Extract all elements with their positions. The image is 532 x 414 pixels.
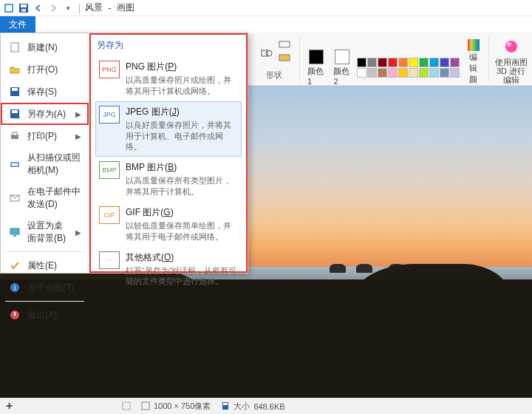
file-menu-item-label: 另存为(A): [27, 108, 69, 121]
file-menu-item-label: 新建(N): [27, 41, 81, 54]
color2-button[interactable]: 颜色 2: [330, 48, 353, 87]
file-tab[interactable]: 文件: [0, 16, 35, 33]
palette-swatch[interactable]: [388, 68, 398, 78]
selection-icon: [122, 401, 131, 412]
svg-rect-3: [21, 4, 27, 7]
shapes-group-label: 形状: [266, 69, 282, 81]
file-menu-item-label: 属性(E): [27, 259, 81, 272]
dimensions-text: 1000 × 750像素: [154, 401, 211, 412]
format-icon: PNG: [99, 61, 120, 78]
email-icon: [8, 191, 21, 205]
file-menu-item-about[interactable]: i关于画图(T): [1, 276, 89, 299]
about-icon: i: [8, 281, 21, 294]
paint3d-label: 使用画图 3D 进行编辑: [494, 58, 529, 84]
palette-swatch[interactable]: [409, 68, 418, 78]
dimensions-icon: [141, 401, 150, 412]
svg-rect-31: [223, 403, 228, 405]
chevron-right-icon: ▶: [75, 228, 81, 237]
file-menu-item-desktop[interactable]: 设置为桌面背景(B)▶: [1, 215, 89, 249]
saveas-option-title: PNG 图片(P): [126, 61, 238, 73]
edit-colors-icon: [467, 38, 479, 50]
svg-rect-8: [279, 55, 290, 61]
palette-swatch[interactable]: [388, 58, 398, 67]
palette-swatch[interactable]: [440, 58, 449, 67]
redo-icon[interactable]: [47, 2, 59, 14]
ribbon-group-paint3d: 使用画图 3D 进行编辑: [489, 35, 532, 82]
color1-button[interactable]: 颜色 1: [304, 48, 327, 87]
palette-swatch[interactable]: [378, 68, 387, 78]
fill-icon[interactable]: [279, 54, 290, 66]
saveas-option-o[interactable]: ⋯其他格式(O)打开“另存为”对话框，从所有可能的文件类型中进行选择。: [95, 247, 242, 292]
chevron-right-icon: ▶: [75, 132, 81, 140]
file-menu-item-email[interactable]: 在电子邮件中发送(D): [1, 181, 89, 215]
palette-swatch[interactable]: [440, 68, 449, 78]
palette-swatch[interactable]: [398, 58, 408, 67]
props-icon: [8, 259, 21, 272]
palette-swatch[interactable]: [357, 68, 366, 78]
status-filesize: 大小 648.6KB: [221, 401, 284, 412]
shapes-button[interactable]: [258, 46, 276, 61]
outline-icon[interactable]: [279, 41, 290, 52]
paint3d-button[interactable]: 使用画图 3D 进行编辑: [491, 37, 532, 86]
status-selection: [122, 401, 131, 412]
qat-customize-icon[interactable]: ▾: [62, 2, 74, 14]
file-menu-item-open[interactable]: 打开(O): [1, 58, 89, 81]
file-menu-item-new[interactable]: 新建(N): [1, 36, 89, 58]
color2-label: 颜色 2: [333, 66, 350, 86]
saveas-option-desc: 以较低质量保存简单绘图，并将其用于电子邮件或网络。: [126, 220, 238, 242]
print-icon: [8, 129, 21, 143]
palette-swatch[interactable]: [367, 68, 377, 78]
palette-swatch[interactable]: [367, 58, 377, 67]
saveas-option-p[interactable]: PNGPNG 图片(P)以高质量保存照片或绘图，并将其用于计算机或网络。: [95, 56, 242, 101]
save-icon[interactable]: [18, 2, 30, 14]
saveas-option-desc: 以高质量保存照片或绘图，并将其用于计算机或网络。: [126, 75, 238, 97]
file-menu-item-save[interactable]: 保存(S): [1, 81, 89, 103]
color1-label: 颜色 1: [307, 66, 324, 86]
ribbon-group-shapes: 形状: [248, 35, 300, 82]
file-menu-item-label: 退出(X): [27, 309, 81, 322]
palette-swatch[interactable]: [357, 58, 366, 67]
file-menu-item-scanner[interactable]: 从扫描仪或照相机(M): [1, 147, 89, 181]
svg-point-11: [507, 42, 511, 47]
shapes-icon: [261, 47, 273, 59]
palette-swatch[interactable]: [378, 58, 387, 67]
open-icon: [8, 63, 21, 76]
palette-swatch[interactable]: [450, 68, 460, 78]
saveas-option-b[interactable]: BMPBMP 图片(B)以高质量保存所有类型图片，并将其用于计算机。: [95, 157, 242, 202]
file-menu-item-props[interactable]: 属性(E): [1, 254, 89, 276]
svg-rect-22: [10, 228, 19, 234]
new-icon: [8, 41, 21, 54]
saveas-option-title: GIF 图片(G): [126, 206, 238, 219]
status-cursor: ✚: [6, 401, 13, 411]
document-title: 风景: [85, 1, 103, 14]
file-menu-item-exit[interactable]: 退出(X): [1, 304, 89, 326]
saveas-option-g[interactable]: GIFGIF 图片(G)以较低质量保存简单绘图，并将其用于电子邮件或网络。: [95, 202, 242, 247]
filesize-label: 大小: [233, 401, 250, 412]
svg-point-6: [266, 50, 272, 56]
file-menu-item-label: 在电子邮件中发送(D): [27, 186, 81, 211]
palette-swatch[interactable]: [398, 68, 408, 78]
filesize-value: 648.6KB: [253, 402, 284, 411]
svg-rect-27: [14, 312, 16, 316]
svg-rect-14: [12, 88, 18, 91]
palette-swatch[interactable]: [429, 58, 439, 67]
palette-swatch[interactable]: [429, 68, 439, 78]
palette-swatch[interactable]: [419, 68, 429, 78]
undo-icon[interactable]: [33, 2, 44, 14]
file-menu: 新建(N)打开(O)保存(S)另存为(A)▶打印(P)▶从扫描仪或照相机(M)在…: [0, 33, 248, 274]
svg-point-10: [505, 41, 517, 52]
file-menu-item-print[interactable]: 打印(P)▶: [1, 125, 89, 147]
color1-swatch: [309, 50, 324, 64]
ribbon-tabs: 文件: [0, 16, 532, 33]
color-palette[interactable]: [357, 58, 460, 78]
svg-rect-9: [468, 39, 480, 51]
cursor-icon: ✚: [6, 401, 13, 411]
desktop-icon: [8, 225, 21, 239]
palette-swatch[interactable]: [419, 58, 429, 67]
saveas-option-j[interactable]: JPGJPEG 图片(J)以良好质量保存照片，并将其用于计算机、电子邮件或网络。: [95, 101, 242, 157]
palette-swatch[interactable]: [409, 58, 418, 67]
saveas-pane: 另存为 PNGPNG 图片(P)以高质量保存照片或绘图，并将其用于计算机或网络。…: [89, 33, 248, 273]
palette-swatch[interactable]: [450, 58, 460, 67]
file-menu-item-label: 关于画图(T): [27, 282, 81, 294]
file-menu-item-saveas[interactable]: 另存为(A)▶: [1, 103, 89, 125]
